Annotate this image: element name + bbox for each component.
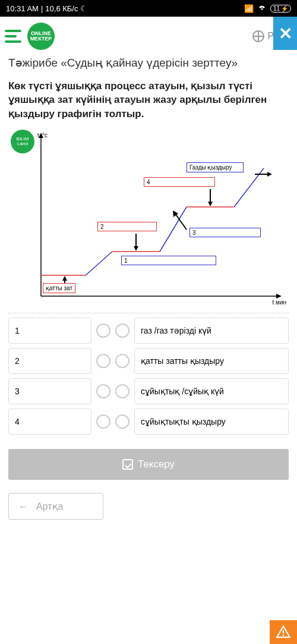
match-right-4[interactable]: сұйықтықты қыздыру [134,409,289,435]
svg-marker-3 [276,294,282,299]
match-row-1: 1 газ /газ тәрізді күй [8,318,289,344]
radio-right-2[interactable] [115,354,129,368]
logo[interactable]: ONLINE МЕКТЕР [27,23,55,50]
warning-icon [276,624,291,640]
match-row-2: 2 қатты затты қыздыру [8,348,289,374]
radio-left-1[interactable] [96,323,110,338]
svg-marker-13 [267,172,272,177]
svg-marker-5 [62,276,67,281]
back-label: Артқа [36,501,63,512]
question-text: Көк түсті ұяшыққа процесс атауын, қызыл … [8,79,289,121]
svg-line-8 [175,213,187,230]
status-net: 10,6 КБ/с [45,4,78,13]
signal-icon: 📶 [244,4,254,13]
match-right-2[interactable]: қатты затты қыздыру [134,348,289,374]
svg-marker-7 [134,246,138,251]
radio-right-4[interactable] [115,414,129,429]
chart-box-1: 1 [121,256,216,265]
radio-left-3[interactable] [96,384,110,398]
status-right: 📶 11⚡ [244,4,291,13]
status-bar: 10:31 AM | 10,6 КБ/с ☾ 📶 11⚡ [0,0,297,17]
svg-point-15 [283,634,285,636]
status-left: 10:31 AM | 10,6 КБ/с ☾ [6,4,87,13]
check-label: Тексеру [138,458,175,470]
match-row-4: 4 сұйықтықты қыздыру [8,409,289,435]
chart-box-gas-heat: Газды қыздыру [187,162,244,172]
app-header: ONLINE МЕКТЕР Русск ✕ [0,17,297,56]
back-button[interactable]: ← Артқа [8,493,103,520]
chart-box-3: 3 [189,228,261,237]
globe-icon [252,30,264,42]
match-left-2[interactable]: 2 [8,348,91,374]
check-icon [122,459,133,470]
radio-left-2[interactable] [96,354,110,368]
warning-button[interactable] [270,620,297,644]
match-row-3: 3 сұйықтық /сұйық күй [8,378,289,404]
radio-right-1[interactable] [115,323,129,338]
heating-chart: BILIMLand т, °с Газды қыздыру 4 2 3 1 [8,130,289,308]
arrow-left-icon: ← [18,501,28,512]
svg-marker-11 [208,202,213,206]
svg-marker-1 [39,133,43,138]
content-area: Тәжірибе «Судың қайнау үдерісін зерттеу»… [0,56,297,520]
chart-svg [8,130,287,308]
match-right-1[interactable]: газ /газ тәрізді күй [134,318,289,344]
status-time: 10:31 AM [6,4,39,13]
moon-icon: ☾ [80,4,87,13]
battery-icon: 11⚡ [270,5,291,12]
chart-box-2: 2 [97,222,157,231]
lesson-title: Тәжірибе «Судың қайнау үдерісін зерттеу» [8,56,289,71]
menu-icon[interactable] [5,30,21,43]
check-button[interactable]: Тексеру [8,449,289,480]
status-sep: | [41,4,43,13]
match-left-3[interactable]: 3 [8,378,91,404]
radio-left-4[interactable] [96,414,110,429]
chart-box-solid: қатты зат [43,283,75,293]
separator [8,313,289,313]
match-left-1[interactable]: 1 [8,318,91,344]
wifi-icon [257,4,267,13]
radio-right-3[interactable] [115,384,129,398]
x-axis-label: t мин [272,299,286,306]
close-button[interactable]: ✕ [273,17,297,50]
chart-box-4: 4 [144,177,215,187]
match-left-4[interactable]: 4 [8,409,91,435]
match-right-3[interactable]: сұйықтық /сұйық күй [134,378,289,404]
